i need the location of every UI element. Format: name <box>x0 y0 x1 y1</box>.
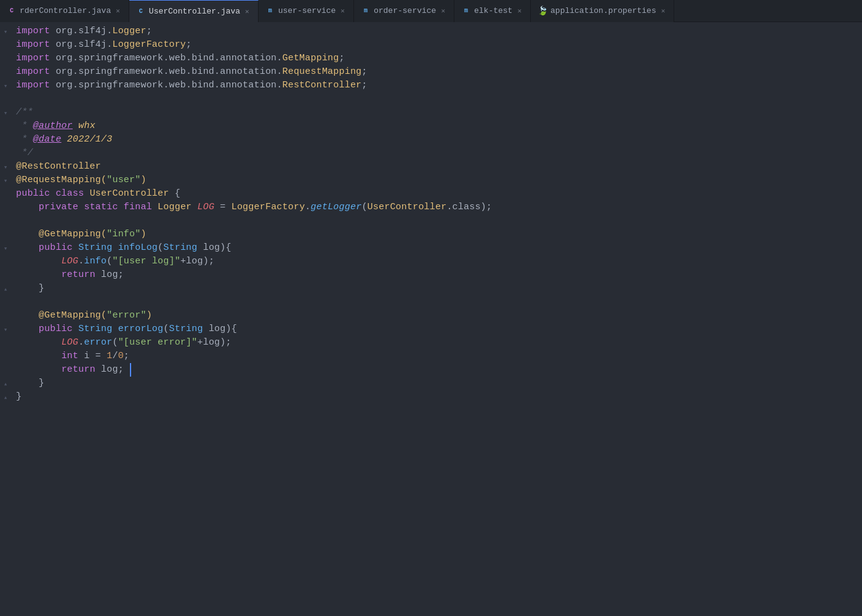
line-7: /** <box>11 106 492 119</box>
tab-elk-test[interactable]: m elk-test ✕ <box>454 0 531 22</box>
dot-error: . <box>78 336 84 350</box>
fold-7[interactable]: ▾ <box>0 106 11 119</box>
param-log-2: log){ <box>209 322 237 336</box>
fold-27[interactable]: ▴ <box>0 377 11 390</box>
fold-10 <box>0 146 11 160</box>
indent-26 <box>16 363 62 377</box>
ann-getmapping-info: @GetMapping( <box>39 228 107 241</box>
line-16: @GetMapping("info") <box>11 228 492 241</box>
paren-1: ( <box>361 201 367 214</box>
line-27: } <box>11 377 492 390</box>
tab-close-order-service[interactable]: ✕ <box>440 6 446 15</box>
kw-public-1: public <box>16 187 55 201</box>
kw-return-2: return <box>62 363 101 377</box>
line-2: import org.slf4j.LoggerFactory; <box>11 38 492 52</box>
tab-usercontroller[interactable]: C UserController.java ✕ <box>129 0 259 22</box>
cls-usercontroller-ref: UserController <box>368 201 447 214</box>
kw-private: private <box>39 201 84 214</box>
fold-1[interactable]: ▾ <box>0 25 11 38</box>
tab-close-application-properties[interactable]: ✕ <box>660 6 667 15</box>
cmt-val-date: 2022/1/3 <box>62 133 113 146</box>
fold-20[interactable]: ▴ <box>0 282 11 295</box>
kw-class: class <box>55 187 89 201</box>
fold-26 <box>0 363 11 377</box>
classname-usercontroller: UserController <box>90 187 175 201</box>
tab-application-properties[interactable]: 🍃 application.properties ✕ <box>531 0 674 22</box>
fold-28[interactable]: ▴ <box>0 390 11 404</box>
line-10: */ <box>11 146 492 160</box>
line-20: } <box>11 282 492 295</box>
fold-6 <box>0 92 11 106</box>
fold-16 <box>0 228 11 241</box>
line-18: LOG.info("[user log]"+log); <box>11 255 492 268</box>
indent-22 <box>16 309 39 322</box>
line-14: private static final Logger LOG = Logger… <box>11 201 492 214</box>
indent-24 <box>16 336 62 350</box>
fold-5[interactable]: ▾ <box>0 79 11 92</box>
dot-class: .class); <box>446 201 492 214</box>
indent-14 <box>16 201 39 214</box>
kw-int: int <box>62 350 84 363</box>
tab-label-order-service: order-service <box>374 6 436 15</box>
line-11: @RestController <box>11 160 492 174</box>
tab-label-elk-test: elk-test <box>474 6 512 15</box>
tab-close-user-service[interactable]: ✕ <box>339 6 346 15</box>
fold-22 <box>0 309 11 322</box>
line-25: int i = 1/0; <box>11 350 492 363</box>
type-string-param-2: String <box>169 322 208 336</box>
fold-12[interactable]: ▾ <box>0 174 11 187</box>
fold-8 <box>0 119 11 133</box>
method-errorlog: errorLog <box>118 322 164 336</box>
tab-close-elk-test[interactable]: ✕ <box>516 6 523 15</box>
javadoc-asterisk-2: * <box>16 133 33 146</box>
line-4: import org.springframework.web.bind.anno… <box>11 65 492 79</box>
str-user: "user" <box>107 174 140 187</box>
pkg-5: org.springframework.web.bind.annotation. <box>55 79 282 92</box>
cmt-tag-date: @date <box>33 133 62 146</box>
str-error: "error" <box>107 309 146 322</box>
kw-import-3: import <box>16 52 55 65</box>
ann-getmapping-error-close: ) <box>147 309 152 322</box>
method-info: info <box>84 255 107 268</box>
cls-restcontroller: RestController <box>282 79 361 92</box>
code-area: ▾ ▾ ▾ ▾ ▾ ▾ ▴ <box>0 22 862 616</box>
tab-icon-order-service: m <box>361 7 370 15</box>
tab-close-ordercontroller[interactable]: ✕ <box>115 6 121 15</box>
indent-17 <box>16 241 39 255</box>
tab-close-usercontroller[interactable]: ✕ <box>244 7 251 16</box>
indent-23 <box>16 322 39 336</box>
kw-public-3: public <box>39 322 78 336</box>
ret-log-1: log; <box>101 268 124 282</box>
fold-24 <box>0 336 11 350</box>
cls-loggerfactory: LoggerFactory <box>112 38 186 52</box>
semi-3: ; <box>339 52 345 65</box>
fold-23[interactable]: ▾ <box>0 322 11 336</box>
tab-ordercontroller[interactable]: C rderController.java ✕ <box>0 0 129 22</box>
tab-label-ordercontroller: rderController.java <box>20 6 111 15</box>
fold-13 <box>0 187 11 201</box>
type-string-1: String <box>78 241 118 255</box>
cursor <box>124 363 131 377</box>
fold-17[interactable]: ▾ <box>0 241 11 255</box>
concat-log-2: +log); <box>197 336 231 350</box>
fold-9 <box>0 133 11 146</box>
tab-icon-user-service: m <box>266 7 275 15</box>
tab-icon-ordercontroller: C <box>7 7 16 15</box>
paren-error-open: ( <box>112 336 118 350</box>
tab-order-service[interactable]: m order-service ✕ <box>354 0 454 22</box>
line-empty-1 <box>11 92 492 106</box>
fold-11[interactable]: ▾ <box>0 160 11 174</box>
tab-icon-elk-test: m <box>462 7 470 15</box>
pkg-3: org.springframework.web.bind.annotation. <box>55 52 282 65</box>
tab-user-service[interactable]: m user-service ✕ <box>259 0 354 22</box>
line-22: @GetMapping("error") <box>11 309 492 322</box>
cls-requestmapping: RequestMapping <box>282 65 361 79</box>
tab-label-usercontroller: UserController.java <box>149 7 240 16</box>
cls-getmapping: GetMapping <box>282 52 339 65</box>
paren-infolog: ( <box>158 241 163 255</box>
kw-return-1: return <box>62 268 101 282</box>
fold-3 <box>0 52 11 65</box>
brace-close-2: } <box>39 377 44 390</box>
var-log-ref-1: LOG <box>62 255 79 268</box>
fold-4 <box>0 65 11 79</box>
